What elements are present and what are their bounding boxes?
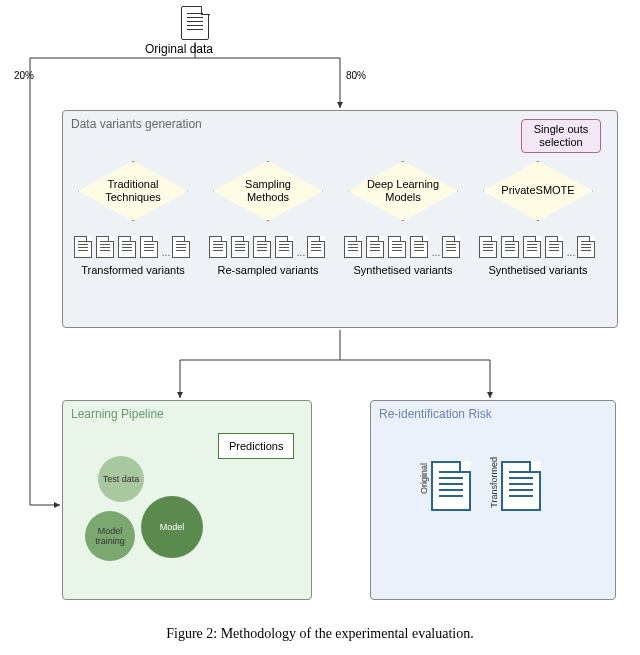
gear-model-icon: Model [141, 496, 203, 558]
predictions-box: Predictions [218, 433, 294, 459]
method-privatesmote: PrivateSMOTE [483, 161, 593, 221]
variant-label: Transformed variants [73, 264, 193, 277]
reid-transformed-label: Transformed [489, 457, 499, 508]
original-data-label: Original data [145, 42, 213, 56]
gear-model-label: Model [160, 522, 185, 532]
gear-train-label: Model training [85, 526, 135, 546]
variant-label: Synthetised variants [343, 264, 463, 277]
reid-transformed-doc [501, 461, 541, 511]
gear-test-label: Test data [103, 474, 140, 484]
reid-original-doc [431, 461, 471, 511]
learning-title: Learning Pipeline [71, 407, 311, 421]
variant-label: Re-sampled variants [208, 264, 328, 277]
variant-transformed: ... Transformed variants [73, 236, 193, 277]
split-20-label: 20% [14, 70, 34, 81]
variant-synth-ps: ... Synthetised variants [478, 236, 598, 277]
doc-row-icon: ... [208, 236, 328, 258]
gear-test-icon: Test data [98, 456, 144, 502]
variant-label: Synthetised variants [478, 264, 598, 277]
generation-box: Data variants generation Single outs sel… [62, 110, 618, 328]
document-icon [501, 461, 541, 511]
reid-title: Re-identification Risk [379, 407, 615, 421]
variant-resampled: ... Re-sampled variants [208, 236, 328, 277]
gear-train-icon: Model training [85, 511, 135, 561]
variant-synth-dl: ... Synthetised variants [343, 236, 463, 277]
method-traditional: Traditional Techniques [78, 161, 188, 221]
single-outs-box: Single outs selection [521, 119, 601, 153]
document-icon [431, 461, 471, 511]
reid-box: Re-identification Risk Original Transfor… [370, 400, 616, 600]
method-sampling: Sampling Methods [213, 161, 323, 221]
original-data-icon [181, 6, 209, 40]
figure-caption: Figure 2: Methodology of the experimenta… [0, 626, 640, 642]
doc-row-icon: ... [478, 236, 598, 258]
document-icon [181, 6, 209, 40]
doc-row-icon: ... [73, 236, 193, 258]
reid-original-label: Original [419, 463, 429, 494]
learning-box: Learning Pipeline Test data Model traini… [62, 400, 312, 600]
split-80-label: 80% [346, 70, 366, 81]
method-deeplearning: Deep Learning Models [348, 161, 458, 221]
doc-row-icon: ... [343, 236, 463, 258]
